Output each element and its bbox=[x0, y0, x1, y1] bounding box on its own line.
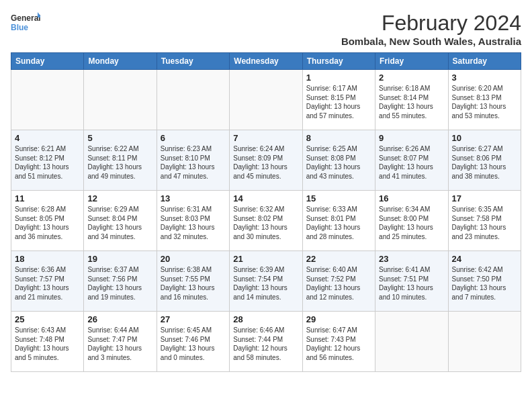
col-header-sunday: Sunday bbox=[11, 53, 84, 70]
calendar-cell: 28Sunrise: 6:46 AM Sunset: 7:44 PM Dayli… bbox=[230, 312, 302, 372]
day-info: Sunrise: 6:46 AM Sunset: 7:44 PM Dayligh… bbox=[233, 326, 298, 362]
day-info: Sunrise: 6:31 AM Sunset: 8:03 PM Dayligh… bbox=[161, 205, 226, 241]
day-number: 29 bbox=[306, 314, 371, 324]
day-info: Sunrise: 6:29 AM Sunset: 8:04 PM Dayligh… bbox=[87, 205, 152, 241]
calendar-cell: 11Sunrise: 6:28 AM Sunset: 8:05 PM Dayli… bbox=[11, 191, 84, 251]
calendar-cell: 25Sunrise: 6:43 AM Sunset: 7:48 PM Dayli… bbox=[11, 312, 84, 372]
day-info: Sunrise: 6:24 AM Sunset: 8:09 PM Dayligh… bbox=[233, 144, 298, 181]
calendar-header: SundayMondayTuesdayWednesdayThursdayFrid… bbox=[11, 53, 521, 70]
day-info: Sunrise: 6:39 AM Sunset: 7:54 PM Dayligh… bbox=[233, 265, 298, 302]
day-info: Sunrise: 6:20 AM Sunset: 8:13 PM Dayligh… bbox=[452, 84, 517, 120]
calendar-cell: 19Sunrise: 6:37 AM Sunset: 7:56 PM Dayli… bbox=[84, 251, 157, 312]
day-number: 25 bbox=[15, 314, 80, 324]
day-number: 28 bbox=[233, 314, 298, 324]
location-title: Bombala, New South Wales, Australia bbox=[341, 36, 521, 47]
day-info: Sunrise: 6:34 AM Sunset: 8:00 PM Dayligh… bbox=[379, 205, 444, 241]
day-info: Sunrise: 6:26 AM Sunset: 8:07 PM Dayligh… bbox=[379, 144, 444, 181]
day-number: 16 bbox=[379, 193, 444, 203]
col-header-monday: Monday bbox=[84, 53, 157, 70]
calendar-table: SundayMondayTuesdayWednesdayThursdayFrid… bbox=[11, 52, 521, 372]
calendar-cell: 15Sunrise: 6:33 AM Sunset: 8:01 PM Dayli… bbox=[302, 191, 375, 251]
page-header: General Blue February 2024 Bombala, New … bbox=[11, 11, 521, 47]
calendar-cell: 29Sunrise: 6:47 AM Sunset: 7:43 PM Dayli… bbox=[302, 312, 375, 372]
day-info: Sunrise: 6:44 AM Sunset: 7:47 PM Dayligh… bbox=[87, 326, 152, 362]
day-number: 1 bbox=[306, 73, 371, 83]
col-header-saturday: Saturday bbox=[448, 53, 521, 70]
day-info: Sunrise: 6:40 AM Sunset: 7:52 PM Dayligh… bbox=[306, 265, 371, 302]
day-number: 19 bbox=[87, 254, 152, 264]
calendar-cell bbox=[230, 70, 302, 130]
calendar-cell bbox=[11, 70, 84, 130]
day-info: Sunrise: 6:47 AM Sunset: 7:43 PM Dayligh… bbox=[306, 326, 371, 362]
calendar-cell: 20Sunrise: 6:38 AM Sunset: 7:55 PM Dayli… bbox=[157, 251, 229, 312]
day-number: 15 bbox=[306, 193, 371, 203]
day-info: Sunrise: 6:22 AM Sunset: 8:11 PM Dayligh… bbox=[87, 144, 152, 181]
day-info: Sunrise: 6:45 AM Sunset: 7:46 PM Dayligh… bbox=[161, 326, 226, 362]
calendar-cell: 22Sunrise: 6:40 AM Sunset: 7:52 PM Dayli… bbox=[302, 251, 375, 312]
day-number: 20 bbox=[161, 254, 226, 264]
calendar-cell: 2Sunrise: 6:18 AM Sunset: 8:14 PM Daylig… bbox=[375, 70, 448, 130]
day-info: Sunrise: 6:28 AM Sunset: 8:05 PM Dayligh… bbox=[15, 205, 80, 241]
day-info: Sunrise: 6:37 AM Sunset: 7:56 PM Dayligh… bbox=[87, 265, 152, 302]
day-number: 6 bbox=[161, 133, 226, 143]
day-number: 8 bbox=[306, 133, 371, 143]
calendar-cell: 1Sunrise: 6:17 AM Sunset: 8:15 PM Daylig… bbox=[302, 70, 375, 130]
calendar-cell: 13Sunrise: 6:31 AM Sunset: 8:03 PM Dayli… bbox=[157, 191, 229, 251]
day-info: Sunrise: 6:33 AM Sunset: 8:01 PM Dayligh… bbox=[306, 205, 371, 241]
calendar-cell: 3Sunrise: 6:20 AM Sunset: 8:13 PM Daylig… bbox=[448, 70, 521, 130]
calendar-cell: 10Sunrise: 6:27 AM Sunset: 8:06 PM Dayli… bbox=[448, 130, 521, 191]
calendar-cell: 27Sunrise: 6:45 AM Sunset: 7:46 PM Dayli… bbox=[157, 312, 229, 372]
calendar-cell: 21Sunrise: 6:39 AM Sunset: 7:54 PM Dayli… bbox=[230, 251, 302, 312]
day-info: Sunrise: 6:18 AM Sunset: 8:14 PM Dayligh… bbox=[379, 84, 444, 120]
day-info: Sunrise: 6:42 AM Sunset: 7:50 PM Dayligh… bbox=[452, 265, 517, 302]
calendar-cell: 12Sunrise: 6:29 AM Sunset: 8:04 PM Dayli… bbox=[84, 191, 157, 251]
day-number: 13 bbox=[161, 193, 226, 203]
logo: General Blue bbox=[11, 11, 40, 35]
day-info: Sunrise: 6:23 AM Sunset: 8:10 PM Dayligh… bbox=[161, 144, 226, 181]
day-number: 23 bbox=[379, 254, 444, 264]
calendar-cell bbox=[375, 312, 448, 372]
calendar-cell: 18Sunrise: 6:36 AM Sunset: 7:57 PM Dayli… bbox=[11, 251, 84, 312]
day-info: Sunrise: 6:32 AM Sunset: 8:02 PM Dayligh… bbox=[233, 205, 298, 241]
day-number: 3 bbox=[452, 73, 517, 83]
col-header-wednesday: Wednesday bbox=[230, 53, 302, 70]
day-info: Sunrise: 6:38 AM Sunset: 7:55 PM Dayligh… bbox=[161, 265, 226, 302]
calendar-cell: 5Sunrise: 6:22 AM Sunset: 8:11 PM Daylig… bbox=[84, 130, 157, 191]
calendar-cell: 17Sunrise: 6:35 AM Sunset: 7:58 PM Dayli… bbox=[448, 191, 521, 251]
calendar-cell: 7Sunrise: 6:24 AM Sunset: 8:09 PM Daylig… bbox=[230, 130, 302, 191]
svg-text:Blue: Blue bbox=[11, 23, 28, 32]
col-header-friday: Friday bbox=[375, 53, 448, 70]
svg-text:General: General bbox=[11, 13, 40, 23]
day-info: Sunrise: 6:25 AM Sunset: 8:08 PM Dayligh… bbox=[306, 144, 371, 181]
calendar-cell: 14Sunrise: 6:32 AM Sunset: 8:02 PM Dayli… bbox=[230, 191, 302, 251]
calendar-cell: 6Sunrise: 6:23 AM Sunset: 8:10 PM Daylig… bbox=[157, 130, 229, 191]
day-info: Sunrise: 6:27 AM Sunset: 8:06 PM Dayligh… bbox=[452, 144, 517, 181]
calendar-cell: 8Sunrise: 6:25 AM Sunset: 8:08 PM Daylig… bbox=[302, 130, 375, 191]
day-number: 7 bbox=[233, 133, 298, 143]
logo-svg: General Blue bbox=[11, 11, 40, 35]
calendar-cell: 23Sunrise: 6:41 AM Sunset: 7:51 PM Dayli… bbox=[375, 251, 448, 312]
day-number: 21 bbox=[233, 254, 298, 264]
calendar-cell: 16Sunrise: 6:34 AM Sunset: 8:00 PM Dayli… bbox=[375, 191, 448, 251]
day-info: Sunrise: 6:41 AM Sunset: 7:51 PM Dayligh… bbox=[379, 265, 444, 302]
day-number: 17 bbox=[452, 193, 517, 203]
day-number: 14 bbox=[233, 193, 298, 203]
title-block: February 2024 Bombala, New South Wales, … bbox=[341, 11, 521, 47]
month-year-title: February 2024 bbox=[341, 11, 521, 36]
day-number: 4 bbox=[15, 133, 80, 143]
day-number: 9 bbox=[379, 133, 444, 143]
day-number: 2 bbox=[379, 73, 444, 83]
day-number: 5 bbox=[87, 133, 152, 143]
day-info: Sunrise: 6:43 AM Sunset: 7:48 PM Dayligh… bbox=[15, 326, 80, 362]
calendar-cell bbox=[157, 70, 229, 130]
calendar-cell: 9Sunrise: 6:26 AM Sunset: 8:07 PM Daylig… bbox=[375, 130, 448, 191]
day-number: 27 bbox=[161, 314, 226, 324]
calendar-cell: 4Sunrise: 6:21 AM Sunset: 8:12 PM Daylig… bbox=[11, 130, 84, 191]
day-number: 26 bbox=[87, 314, 152, 324]
day-number: 22 bbox=[306, 254, 371, 264]
day-info: Sunrise: 6:21 AM Sunset: 8:12 PM Dayligh… bbox=[15, 144, 80, 181]
calendar-cell: 26Sunrise: 6:44 AM Sunset: 7:47 PM Dayli… bbox=[84, 312, 157, 372]
day-number: 10 bbox=[452, 133, 517, 143]
day-info: Sunrise: 6:36 AM Sunset: 7:57 PM Dayligh… bbox=[15, 265, 80, 302]
col-header-thursday: Thursday bbox=[302, 53, 375, 70]
